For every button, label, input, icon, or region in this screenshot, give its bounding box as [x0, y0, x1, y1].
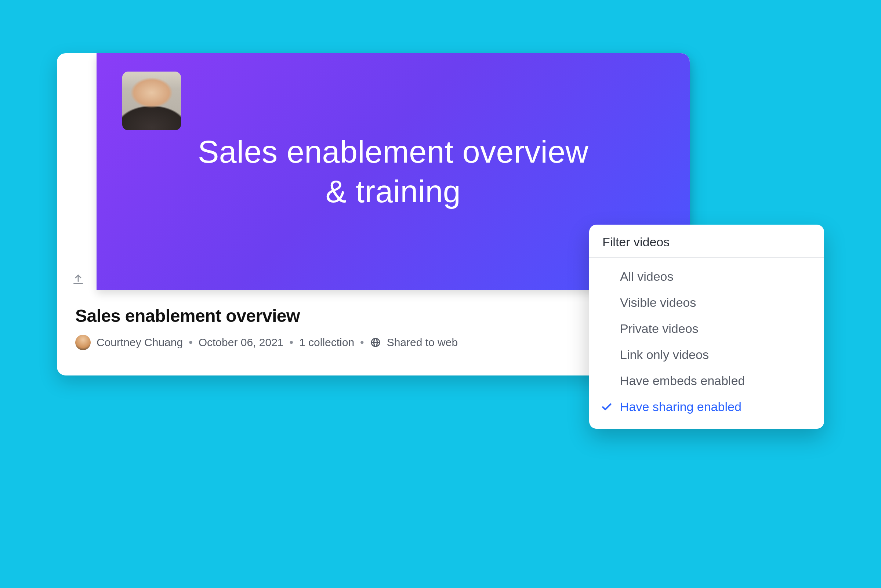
author-name[interactable]: Courtney Chuang — [96, 336, 183, 349]
presenter-avatar — [122, 72, 181, 130]
upload-icon[interactable] — [71, 272, 86, 286]
meta-separator: • — [189, 336, 193, 349]
filter-option-visible[interactable]: Visible videos — [589, 290, 824, 316]
sharing-status[interactable]: Shared to web — [387, 336, 458, 349]
filter-dropdown-title: Filter videos — [589, 225, 824, 258]
filter-option-link-only[interactable]: Link only videos — [589, 342, 824, 368]
video-meta: Courtney Chuang • October 06, 2021 • 1 c… — [75, 335, 671, 350]
hero-title: Sales enablement overview & training — [173, 132, 613, 211]
globe-icon — [370, 337, 381, 348]
meta-separator: • — [360, 336, 364, 349]
collection-count[interactable]: 1 collection — [299, 336, 354, 349]
filter-dropdown: Filter videos All videos Visible videos … — [589, 225, 824, 429]
filter-option-sharing[interactable]: Have sharing enabled — [589, 394, 824, 420]
filter-option-label: Link only videos — [620, 348, 709, 362]
video-title: Sales enablement overview — [75, 306, 671, 326]
meta-separator: • — [290, 336, 294, 349]
filter-option-list: All videos Visible videos Private videos… — [589, 258, 824, 429]
video-date: October 06, 2021 — [199, 336, 284, 349]
filter-option-label: Have sharing enabled — [620, 400, 741, 414]
filter-option-label: Visible videos — [620, 296, 696, 310]
check-icon — [601, 401, 613, 413]
video-details: Sales enablement overview Courtney Chuan… — [75, 306, 671, 350]
filter-option-label: Private videos — [620, 321, 699, 336]
filter-option-all[interactable]: All videos — [589, 264, 824, 290]
author-avatar[interactable] — [75, 335, 91, 350]
filter-option-label: Have embeds enabled — [620, 374, 745, 388]
filter-option-embeds[interactable]: Have embeds enabled — [589, 368, 824, 394]
filter-option-label: All videos — [620, 269, 674, 284]
filter-option-private[interactable]: Private videos — [589, 316, 824, 342]
